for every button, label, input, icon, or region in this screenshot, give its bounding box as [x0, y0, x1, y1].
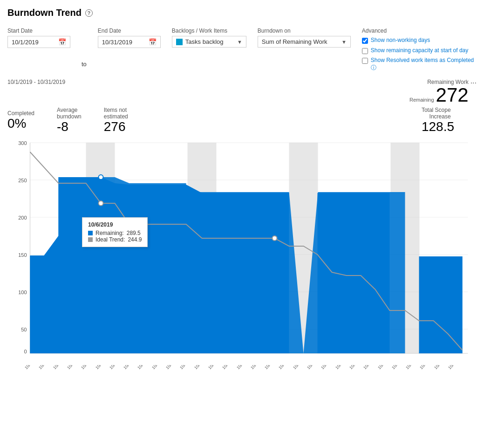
stats-row: Completed 0% Averageburndown -8 Items no…	[7, 107, 477, 134]
y-label-0: 0	[24, 349, 27, 354]
y-label-250: 250	[18, 178, 27, 183]
stat-scope-label: Total ScopeIncrease	[422, 107, 451, 120]
ideal-point-1	[99, 201, 103, 206]
remaining-work-value: 272	[436, 85, 469, 105]
y-label-150: 150	[18, 252, 27, 258]
page-title: Burndown Trend	[7, 7, 82, 18]
page-title-section: Burndown Trend ?	[7, 7, 477, 18]
advanced-label: Advanced	[362, 28, 477, 34]
checkbox-capacity-input[interactable]	[362, 48, 368, 54]
stat-avg-label: Averageburndown	[57, 107, 82, 120]
end-date-label: End Date	[98, 28, 161, 34]
checkbox-capacity-label[interactable]: Show remaining capacity at start of day	[371, 47, 468, 55]
burndown-value: Sum of Remaining Work	[262, 38, 339, 45]
advanced-group: Advanced Show non-working days Show rema…	[362, 28, 477, 71]
chart-header: 10/1/2019 - 10/31/2019 Remaining Work Re…	[7, 79, 477, 105]
x-labels-container: (function(){ const labels = ["10/1/2019"…	[24, 365, 462, 407]
x-label-10-3-2019: 10/3/2019	[52, 365, 68, 370]
ideal-point-2	[273, 236, 277, 241]
burndown-group: Burndown on Sum of Remaining Work ▼	[258, 28, 351, 48]
stat-items-label: Items notestimated	[104, 107, 128, 120]
burndown-dropdown[interactable]: Sum of Remaining Work ▼	[258, 36, 351, 48]
stat-not-estimated: Items notestimated 276	[104, 107, 128, 134]
end-date-input[interactable]	[102, 39, 149, 46]
end-date-calendar-icon[interactable]: 📅	[149, 38, 157, 46]
end-date-group: End Date 📅	[98, 28, 161, 48]
chart-container: 300 250 200 150 100 50 0	[7, 138, 477, 407]
checkbox-remaining-capacity[interactable]: Show remaining capacity at start of day	[362, 47, 477, 55]
help-icon[interactable]: ?	[85, 9, 93, 17]
checkbox-resolved-input[interactable]	[362, 58, 368, 64]
x-label-10-8-2019: 10/8/2019	[123, 365, 139, 370]
stat-completed-value: 0%	[7, 117, 26, 131]
checkbox-nonworking-label[interactable]: Show non-working days	[371, 37, 430, 44]
remaining-point	[99, 175, 103, 179]
checkbox-nonworking-input[interactable]	[362, 38, 368, 44]
remaining-area-seg3	[419, 256, 463, 353]
x-label-10-5-2019: 10/5/2019	[80, 365, 96, 370]
remaining-label: Remaining	[409, 97, 434, 103]
remaining-area-main	[30, 177, 289, 353]
stat-completed: Completed 0%	[7, 110, 34, 131]
stat-scope: Total ScopeIncrease 128.5	[422, 107, 454, 134]
x-label-10-7-2019: 10/7/2019	[109, 365, 125, 370]
backlogs-dropdown[interactable]: Tasks backlog ▼	[172, 36, 246, 48]
remaining-area-seg2	[318, 193, 390, 353]
controls-row: Start Date 📅 to End Date 📅 Backlogs / Wo…	[7, 28, 477, 71]
chart-svg: 300 250 200 150 100 50 0	[7, 138, 477, 362]
backlog-icon	[176, 39, 183, 45]
chart-section: 10/1/2019 - 10/31/2019 Remaining Work Re…	[7, 79, 477, 448]
start-date-input-wrap[interactable]: 📅	[7, 36, 70, 48]
stat-items-value: 276	[104, 120, 126, 134]
remaining-work-box: Remaining Work Remaining 272 ···	[409, 79, 477, 105]
burndown-label: Burndown on	[258, 28, 351, 34]
x-label-10-4-2019: 10/4/2019	[66, 365, 82, 370]
start-date-label: Start Date	[7, 28, 70, 34]
end-date-input-wrap[interactable]: 📅	[98, 36, 161, 48]
x-label-10-2-2019: 10/2/2019	[38, 365, 54, 370]
checkbox-show-nonworking[interactable]: Show non-working days	[362, 37, 477, 44]
chart-date-range: 10/1/2019 - 10/31/2019	[7, 79, 65, 85]
backlogs-chevron-icon: ▼	[237, 39, 242, 45]
backlogs-group: Backlogs / Work Items Tasks backlog ▼	[172, 28, 246, 48]
y-label-100: 100	[18, 289, 27, 295]
x-label-10-1-2019: 10/1/2019	[24, 365, 40, 370]
stat-avg-value: -8	[57, 120, 68, 134]
more-options-button[interactable]: ···	[470, 79, 477, 87]
backlogs-value: Tasks backlog	[185, 38, 234, 45]
checkbox-resolved-label[interactable]: Show Resolved work items as Completed ⓘ	[371, 57, 477, 71]
to-label: to	[82, 61, 87, 71]
checkbox-resolved-items[interactable]: Show Resolved work items as Completed ⓘ	[362, 57, 477, 71]
x-label-10-31-2019: 10/31/2019	[447, 365, 465, 370]
y-label-200: 200	[18, 215, 27, 221]
y-label-50: 50	[21, 327, 27, 332]
x-axis-labels: (function(){ const labels = ["10/1/2019"…	[24, 365, 477, 407]
stat-scope-value: 128.5	[422, 120, 454, 134]
x-label-10-9-2019: 10/9/2019	[136, 365, 153, 370]
stat-avg-burndown: Averageburndown -8	[57, 107, 82, 134]
backlogs-label: Backlogs / Work Items	[172, 28, 246, 34]
y-label-300: 300	[18, 140, 27, 146]
start-date-input[interactable]	[12, 39, 58, 46]
start-date-group: Start Date 📅	[7, 28, 70, 48]
stat-completed-label: Completed	[7, 110, 34, 117]
x-label-10-6-2019: 10/6/2019	[95, 365, 111, 370]
start-date-calendar-icon[interactable]: 📅	[58, 38, 66, 46]
burndown-chevron-icon: ▼	[341, 39, 347, 45]
